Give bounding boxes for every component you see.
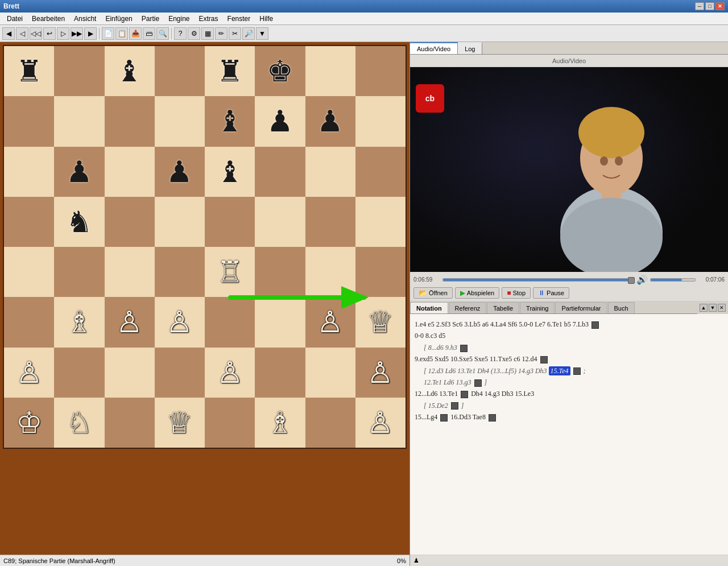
- square-3-0[interactable]: [4, 197, 54, 247]
- tab-audio-video[interactable]: Audio/Video: [410, 42, 458, 54]
- pause-button[interactable]: ⏸ Pause: [533, 287, 569, 299]
- toolbar-search[interactable]: 🔍: [156, 27, 169, 40]
- square-5-5[interactable]: [255, 297, 305, 347]
- square-0-2[interactable]: ♝: [105, 46, 155, 96]
- square-4-7[interactable]: [355, 247, 406, 297]
- tab-buch[interactable]: Buch: [608, 302, 635, 313]
- square-4-0[interactable]: [4, 247, 54, 297]
- square-1-1[interactable]: [54, 96, 104, 146]
- chess-board[interactable]: ♜♝♜♚♝♟♟♟♟♝♞♖♗♙♙♙♕♙♙♙♔♘♕♗♙: [3, 45, 407, 449]
- toolbar-btn-1[interactable]: ◀: [2, 27, 15, 40]
- square-7-6[interactable]: [305, 398, 355, 448]
- square-4-6[interactable]: [305, 247, 355, 297]
- toolbar-btn-6[interactable]: ▶▶: [71, 27, 83, 40]
- toolbar-btn-4[interactable]: ↩: [43, 27, 56, 40]
- square-2-4[interactable]: ♝: [205, 147, 255, 197]
- square-1-2[interactable]: [105, 96, 155, 146]
- tab-notation[interactable]: Notation: [410, 302, 448, 313]
- menu-datei[interactable]: Datei: [2, 14, 27, 24]
- menu-bearbeiten[interactable]: Bearbeiten: [27, 14, 69, 24]
- square-5-2[interactable]: ♙: [105, 297, 155, 347]
- square-2-7[interactable]: [355, 147, 406, 197]
- square-4-3[interactable]: [155, 247, 205, 297]
- tab-referenz[interactable]: Referenz: [449, 302, 487, 313]
- square-1-5[interactable]: ♟: [255, 96, 305, 146]
- tab-training[interactable]: Training: [520, 302, 555, 313]
- scroll-up-btn[interactable]: ▲: [700, 304, 708, 312]
- toolbar-paste[interactable]: 📥: [129, 27, 142, 40]
- toolbar-btn-7[interactable]: ▶: [84, 27, 97, 40]
- square-3-1[interactable]: ♞: [54, 197, 104, 247]
- open-button[interactable]: 📂 Öffnen: [413, 287, 453, 299]
- square-0-1[interactable]: [54, 46, 104, 96]
- play-button[interactable]: ▶ Abspielen: [455, 287, 499, 299]
- square-2-1[interactable]: ♟: [54, 147, 104, 197]
- toolbar-copy[interactable]: 📋: [115, 27, 128, 40]
- stop-button[interactable]: ■ Stop: [502, 287, 531, 299]
- square-6-1[interactable]: [54, 348, 104, 398]
- square-1-6[interactable]: ♟: [305, 96, 355, 146]
- toolbar-settings[interactable]: ⚙: [188, 27, 200, 40]
- square-2-5[interactable]: [255, 147, 305, 197]
- square-7-3[interactable]: ♕: [155, 398, 205, 448]
- square-7-1[interactable]: ♘: [54, 398, 104, 448]
- toolbar-extra4[interactable]: 🔎: [242, 27, 255, 40]
- menu-einfuegen[interactable]: Einfügen: [101, 14, 136, 24]
- square-4-2[interactable]: [105, 247, 155, 297]
- square-3-4[interactable]: [205, 197, 255, 247]
- menu-ansicht[interactable]: Ansicht: [69, 14, 101, 24]
- square-5-0[interactable]: [4, 297, 54, 347]
- highlighted-move[interactable]: 15.Te4: [549, 366, 570, 375]
- toolbar-extra2[interactable]: ✏: [215, 27, 228, 40]
- minimize-button[interactable]: ─: [695, 2, 704, 10]
- volume-icon[interactable]: 🔊: [636, 274, 648, 285]
- square-6-2[interactable]: [105, 348, 155, 398]
- square-0-0[interactable]: ♜: [4, 46, 54, 96]
- close-panel-btn[interactable]: ✕: [718, 304, 726, 312]
- square-4-5[interactable]: [255, 247, 305, 297]
- volume-track[interactable]: [650, 278, 696, 282]
- toolbar-btn-2[interactable]: ◁: [16, 27, 28, 40]
- square-1-0[interactable]: [4, 96, 54, 146]
- maximize-button[interactable]: □: [705, 2, 714, 10]
- square-6-7[interactable]: ♙: [355, 348, 406, 398]
- square-6-5[interactable]: [255, 348, 305, 398]
- square-1-7[interactable]: [355, 96, 406, 146]
- toolbar-extra1[interactable]: ▦: [201, 27, 214, 40]
- toolbar-db[interactable]: 🗃: [143, 27, 155, 40]
- square-0-3[interactable]: [155, 46, 205, 96]
- square-4-1[interactable]: [54, 247, 104, 297]
- square-2-3[interactable]: ♟: [155, 147, 205, 197]
- square-3-6[interactable]: [305, 197, 355, 247]
- tab-partieformular[interactable]: Partieformular: [555, 302, 607, 313]
- square-6-3[interactable]: [155, 348, 205, 398]
- toolbar-btn-5[interactable]: ▷: [57, 27, 69, 40]
- toolbar-help[interactable]: ?: [174, 27, 187, 40]
- square-5-4[interactable]: [205, 297, 255, 347]
- square-0-5[interactable]: ♚: [255, 46, 305, 96]
- square-2-0[interactable]: [4, 147, 54, 197]
- square-6-0[interactable]: ♙: [4, 348, 54, 398]
- square-1-3[interactable]: [155, 96, 205, 146]
- square-7-5[interactable]: ♗: [255, 398, 305, 448]
- square-1-4[interactable]: ♝: [205, 96, 255, 146]
- square-3-5[interactable]: [255, 197, 305, 247]
- menu-fenster[interactable]: Fenster: [223, 14, 255, 24]
- square-5-1[interactable]: ♗: [54, 297, 104, 347]
- scroll-down-btn[interactable]: ▼: [709, 304, 717, 312]
- square-7-7[interactable]: ♙: [355, 398, 406, 448]
- menu-engine[interactable]: Engine: [164, 14, 194, 24]
- square-5-7[interactable]: ♕: [355, 297, 406, 347]
- square-4-4[interactable]: ♖: [205, 247, 255, 297]
- toolbar-new[interactable]: 📄: [102, 27, 114, 40]
- toolbar-btn-3[interactable]: ◁◁: [30, 27, 42, 40]
- square-5-3[interactable]: ♙: [155, 297, 205, 347]
- square-2-6[interactable]: [305, 147, 355, 197]
- menu-extras[interactable]: Extras: [195, 14, 223, 24]
- close-button[interactable]: ✕: [715, 2, 725, 10]
- toolbar-extra3[interactable]: ✂: [229, 27, 241, 40]
- square-6-4[interactable]: ♙: [205, 348, 255, 398]
- square-5-6[interactable]: ♙: [305, 297, 355, 347]
- square-2-2[interactable]: [105, 147, 155, 197]
- square-0-4[interactable]: ♜: [205, 46, 255, 96]
